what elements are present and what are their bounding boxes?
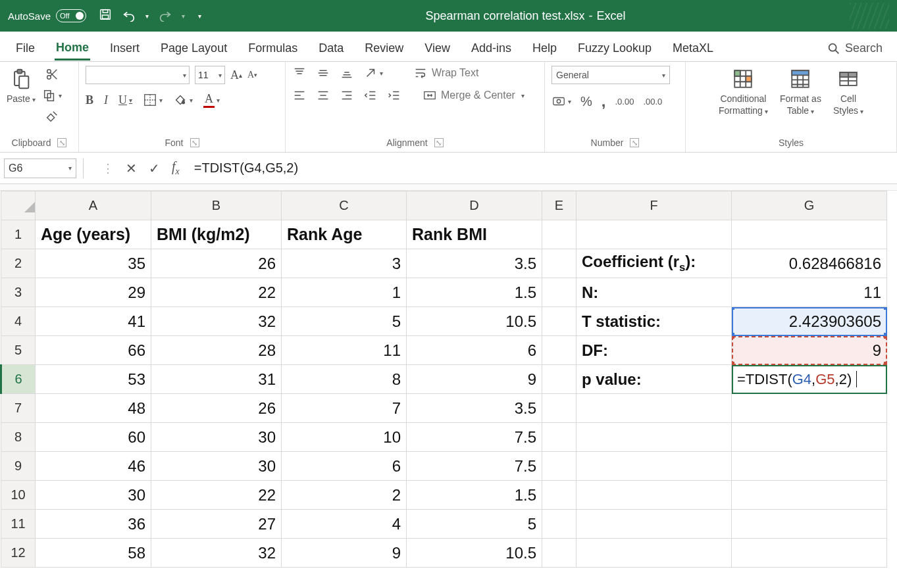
alignment-launcher[interactable]: ⤡	[434, 138, 444, 147]
tab-data[interactable]: Data	[317, 37, 345, 59]
cell-F11[interactable]	[577, 510, 732, 539]
column-header-G[interactable]: G	[732, 191, 887, 220]
cell-E6[interactable]	[542, 365, 577, 394]
align-right-button[interactable]	[340, 88, 354, 103]
increase-indent-button[interactable]	[387, 88, 401, 103]
increase-decimal-button[interactable]: .0.00	[615, 97, 634, 106]
cell-C12[interactable]: 9	[282, 539, 407, 568]
cell-D12[interactable]: 10.5	[407, 539, 542, 568]
redo-icon[interactable]	[158, 7, 172, 25]
cell-G3[interactable]: 11	[732, 278, 887, 307]
cell-G6[interactable]: =TDIST(G4,G5,2)	[732, 365, 887, 394]
row-header-7[interactable]: 7	[1, 394, 36, 423]
cell-A5[interactable]: 66	[36, 336, 151, 365]
number-launcher[interactable]: ⤡	[630, 138, 639, 147]
italic-button[interactable]: I	[104, 93, 108, 107]
accounting-format-button[interactable]	[551, 94, 571, 109]
cell-E8[interactable]	[542, 423, 577, 452]
cell-G5[interactable]: 9	[732, 336, 887, 365]
cell-A8[interactable]: 60	[36, 423, 151, 452]
align-center-button[interactable]	[316, 88, 330, 103]
orientation-button[interactable]	[363, 66, 383, 80]
cell-C1[interactable]: Rank Age	[282, 220, 407, 249]
tab-insert[interactable]: Insert	[109, 37, 141, 59]
cell-B4[interactable]: 32	[151, 307, 282, 336]
column-header-F[interactable]: F	[577, 191, 732, 220]
bold-button[interactable]: B	[86, 93, 93, 107]
cell-F4[interactable]: T statistic:	[577, 307, 732, 336]
tab-add-ins[interactable]: Add-ins	[470, 37, 513, 59]
cell-E4[interactable]	[542, 307, 577, 336]
row-header-6[interactable]: 6	[1, 365, 36, 394]
cell-B6[interactable]: 31	[151, 365, 282, 394]
insert-function-button[interactable]: fx	[172, 159, 180, 177]
column-header-C[interactable]: C	[282, 191, 407, 220]
cell-E9[interactable]	[542, 452, 577, 481]
formula-options-icon[interactable]: ⋮	[102, 161, 114, 176]
conditional-formatting-button[interactable]: Conditional Formatting	[719, 66, 768, 116]
cell-E10[interactable]	[542, 481, 577, 510]
cell-F8[interactable]	[577, 423, 732, 452]
column-header-D[interactable]: D	[407, 191, 542, 220]
row-header-12[interactable]: 12	[1, 539, 36, 568]
row-header-2[interactable]: 2	[1, 249, 36, 278]
cell-B8[interactable]: 30	[151, 423, 282, 452]
cell-B5[interactable]: 28	[151, 336, 282, 365]
cell-G12[interactable]	[732, 539, 887, 568]
tab-help[interactable]: Help	[531, 37, 558, 59]
tab-review[interactable]: Review	[363, 37, 405, 59]
cell-D9[interactable]: 7.5	[407, 452, 542, 481]
fill-color-button[interactable]	[173, 93, 193, 107]
percent-button[interactable]: %	[580, 94, 592, 109]
cell-B12[interactable]: 32	[151, 539, 282, 568]
increase-font-button[interactable]: A▴	[230, 68, 242, 82]
clipboard-launcher[interactable]: ⤡	[57, 138, 66, 147]
cell-E12[interactable]	[542, 539, 577, 568]
align-top-button[interactable]	[292, 66, 307, 80]
cell-C8[interactable]: 10	[282, 423, 407, 452]
cell-F10[interactable]	[577, 481, 732, 510]
cell-F3[interactable]: N:	[577, 278, 732, 307]
cell-C4[interactable]: 5	[282, 307, 407, 336]
tab-file[interactable]: File	[14, 37, 36, 59]
row-header-3[interactable]: 3	[1, 278, 36, 307]
enter-formula-button[interactable]: ✓	[149, 160, 160, 176]
cell-C11[interactable]: 4	[282, 510, 407, 539]
cell-A9[interactable]: 46	[36, 452, 151, 481]
font-color-button[interactable]: A	[203, 92, 220, 108]
number-format-combo[interactable]: General ▾	[551, 66, 670, 84]
cell-B10[interactable]: 22	[151, 481, 282, 510]
align-bottom-button[interactable]	[340, 66, 354, 80]
borders-button[interactable]	[143, 93, 163, 107]
cell-D10[interactable]: 1.5	[407, 481, 542, 510]
cell-G4[interactable]: 2.423903605	[732, 307, 887, 336]
font-name-combo[interactable]: ▾	[86, 66, 190, 84]
name-box-dropdown-icon[interactable]: ▾	[68, 164, 72, 172]
cell-A7[interactable]: 48	[36, 394, 151, 423]
cell-A4[interactable]: 41	[36, 307, 151, 336]
cell-A10[interactable]: 30	[36, 481, 151, 510]
cell-A6[interactable]: 53	[36, 365, 151, 394]
font-launcher[interactable]: ⤡	[190, 138, 199, 147]
cell-E3[interactable]	[542, 278, 577, 307]
undo-icon[interactable]	[122, 7, 136, 25]
row-header-11[interactable]: 11	[1, 510, 36, 539]
cell-D1[interactable]: Rank BMI	[407, 220, 542, 249]
redo-dropdown-icon[interactable]: ▾	[182, 12, 185, 20]
cell-G11[interactable]	[732, 510, 887, 539]
cell-G2[interactable]: 0.628466816	[732, 249, 887, 278]
cell-B3[interactable]: 22	[151, 278, 282, 307]
cell-A12[interactable]: 58	[36, 539, 151, 568]
cell-G8[interactable]	[732, 423, 887, 452]
qat-customize-icon[interactable]: ▾	[198, 12, 201, 20]
column-header-A[interactable]: A	[36, 191, 151, 220]
cut-button[interactable]	[42, 67, 62, 82]
cell-E11[interactable]	[542, 510, 577, 539]
cell-B11[interactable]: 27	[151, 510, 282, 539]
cell-C3[interactable]: 1	[282, 278, 407, 307]
cell-A1[interactable]: Age (years)	[36, 220, 151, 249]
cell-A2[interactable]: 35	[36, 249, 151, 278]
cell-C10[interactable]: 2	[282, 481, 407, 510]
cell-D3[interactable]: 1.5	[407, 278, 542, 307]
cell-G1[interactable]	[732, 220, 887, 249]
